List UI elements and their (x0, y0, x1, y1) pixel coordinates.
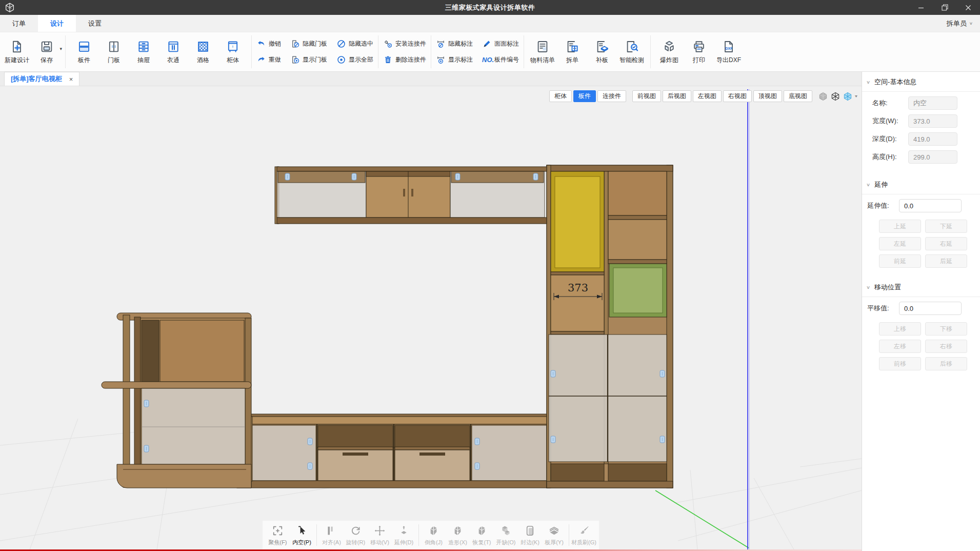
redo-button[interactable]: 重做 (256, 53, 281, 67)
section-basic-info-header[interactable]: ∨ 空间-基本信息 (862, 72, 980, 92)
notch-icon (499, 524, 512, 537)
main-toolbar: 新建设计 保存 ▾ 板件 门板 抽屉 衣通 (0, 32, 980, 72)
redo-label: 重做 (269, 55, 281, 64)
delete-connector-button[interactable]: 删除连接件 (383, 53, 426, 67)
export-dxf-button[interactable]: DXF 导出DXF (715, 35, 743, 69)
drawer-icon (136, 40, 151, 54)
bench-glass-door-right[interactable] (472, 425, 547, 481)
undo-button[interactable]: 撤销 (256, 37, 281, 51)
left-cabinet-dark-niche[interactable] (142, 320, 159, 382)
extend-value-input[interactable] (899, 199, 962, 212)
section-extend-header[interactable]: ∨ 延伸 (862, 174, 980, 194)
face-dimension-button[interactable]: 面面标注 (482, 37, 519, 51)
install-connector-button[interactable]: 安装连接件 (383, 37, 426, 51)
face-dimension-label: 面面标注 (494, 40, 519, 48)
tv-wall-unit[interactable]: 373 (102, 165, 673, 488)
view-left-button[interactable]: 左视图 (693, 90, 722, 102)
door-tool-button[interactable]: 门板 (100, 35, 128, 69)
highlighted-space-yellow[interactable] (551, 171, 604, 272)
smart-check-label: 智能检测 (619, 56, 644, 65)
show-dimensions-icon (436, 55, 446, 65)
split-order-button[interactable]: 拆单 (558, 35, 586, 69)
print-icon (692, 40, 706, 54)
document-tab[interactable]: [拆单]客厅电视柜 × (4, 72, 79, 86)
left-cabinet-open-shelf[interactable] (160, 320, 244, 382)
show-doors-icon (290, 55, 300, 65)
palette-separator (418, 524, 419, 546)
right-tall-cabinet[interactable] (547, 165, 673, 488)
tv-bench[interactable] (236, 414, 548, 488)
tool-inner-space[interactable]: 内空(P) (290, 522, 314, 548)
patch-board-button[interactable]: 补板 (588, 35, 616, 69)
left-cabinet-glass-door[interactable] (142, 388, 245, 464)
view-bottom-button[interactable]: 底视图 (784, 90, 812, 102)
move-down-button: 下移 (925, 322, 967, 336)
move-front-button: 前移 (879, 357, 921, 370)
hide-dimensions-icon (436, 39, 446, 49)
toolbar-separator (378, 35, 378, 68)
export-dxf-label: 导出DXF (716, 56, 741, 65)
print-button[interactable]: 打印 (685, 35, 713, 69)
tab-design[interactable]: 设计 (38, 15, 76, 32)
view-connector-button[interactable]: 连接件 (597, 90, 626, 102)
move-value-input[interactable] (899, 302, 962, 315)
new-design-button[interactable]: 新建设计 (3, 35, 31, 69)
cabinet-tool-button[interactable]: 柜体 (219, 35, 247, 69)
panel-number-button[interactable]: NO. 板件编号 (482, 53, 519, 67)
view-top-button[interactable]: 顶视图 (753, 90, 782, 102)
render-wireframe-cube-icon[interactable] (830, 91, 841, 102)
show-all-icon (336, 55, 346, 65)
open-shelf-cell[interactable] (608, 220, 667, 260)
new-design-icon (10, 40, 24, 54)
bench-niche[interactable] (395, 425, 470, 448)
view-panel-button[interactable]: 板件 (573, 90, 596, 102)
render-transparent-cube-icon[interactable] (843, 91, 853, 102)
3d-viewport[interactable]: 373 柜体 板件 连接件 前视图 后视图 左视图 右视图 (0, 86, 862, 551)
tool-edgeband: 封边(K) (518, 522, 542, 548)
save-button[interactable]: 保存 ▾ (33, 35, 61, 69)
wine-rack-tool-button[interactable]: 酒格 (189, 35, 217, 69)
rail-tool-button[interactable]: 衣通 (159, 35, 187, 69)
move-value-label: 平移值: (867, 304, 899, 313)
document-close-icon[interactable]: × (69, 75, 73, 83)
open-shelf-cell[interactable] (608, 171, 667, 215)
tool-focus[interactable]: 聚焦(F) (266, 522, 290, 548)
property-panel: ∨ 空间-基本信息 名称: 宽度(W): 深度(D): 高度(H): ∨ 延伸 … (862, 72, 980, 551)
clothes-rail-icon (166, 40, 181, 54)
save-dropdown-caret-icon[interactable]: ▾ (59, 46, 62, 51)
panel-tool-button[interactable]: 板件 (70, 35, 98, 69)
left-side-cabinet[interactable] (102, 313, 252, 488)
hide-doors-button[interactable]: 隐藏门板 (290, 37, 327, 51)
view-front-button[interactable]: 前视图 (632, 90, 661, 102)
bench-niche[interactable] (318, 425, 393, 448)
door-icon (107, 40, 121, 54)
split-order-label: 拆单 (566, 56, 578, 65)
furniture-scene[interactable]: 373 (0, 86, 862, 549)
render-solid-cube-icon[interactable] (818, 91, 828, 102)
wine-rack-icon (196, 40, 210, 54)
upper-wall-cabinets[interactable] (275, 167, 547, 224)
show-dimensions-button[interactable]: 显示标注 (436, 53, 473, 67)
show-all-button[interactable]: 显示全部 (336, 53, 373, 67)
user-role-menu[interactable]: 拆单员 ∨ (947, 15, 973, 32)
name-field (908, 96, 957, 110)
hide-dimensions-button[interactable]: 隐藏标注 (436, 37, 473, 51)
tab-order[interactable]: 订单 (0, 15, 38, 32)
bom-button[interactable]: 物料清单 (529, 35, 556, 69)
hide-selected-label: 隐藏选中 (349, 40, 373, 48)
view-cabinet-button[interactable]: 柜体 (549, 90, 572, 102)
render-mode-caret-icon[interactable]: ▾ (855, 94, 857, 99)
view-right-button[interactable]: 右视图 (723, 90, 752, 102)
hide-selected-button[interactable]: 隐藏选中 (336, 37, 373, 51)
section-move-header[interactable]: ∨ 移动位置 (862, 277, 980, 297)
highlighted-space-green[interactable] (609, 264, 667, 317)
green-axis-line (655, 490, 749, 548)
drawer-tool-button[interactable]: 抽屉 (130, 35, 157, 69)
explode-view-button[interactable]: 爆炸图 (655, 35, 683, 69)
show-doors-button[interactable]: 显示门板 (290, 53, 327, 67)
tab-settings[interactable]: 设置 (76, 15, 114, 32)
name-field-label: 名称: (872, 99, 908, 108)
view-back-button[interactable]: 后视图 (663, 90, 691, 102)
svg-text:DXF: DXF (725, 46, 733, 50)
smart-check-button[interactable]: 智能检测 (618, 35, 646, 69)
